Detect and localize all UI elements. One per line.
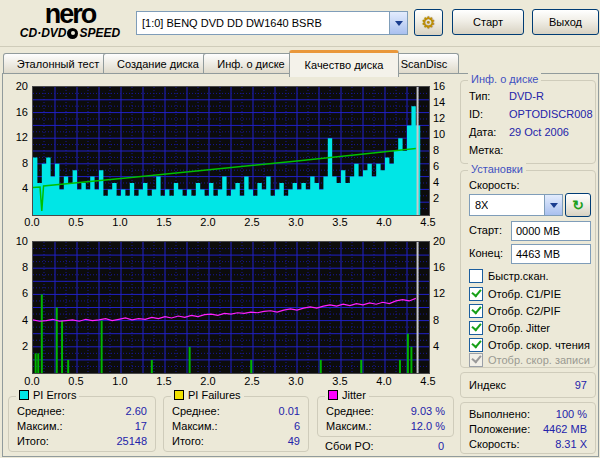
stat-row: Максим.:17 <box>9 418 155 433</box>
pi-failures-swatch <box>174 390 184 400</box>
checkbox-show-jitter[interactable]: Отобр. Jitter <box>469 321 550 335</box>
index-box: Индекс97 <box>460 372 596 398</box>
jitter-stats-box: Jitter Среднее:9.03 % Максим.:12.0 % <box>317 396 454 437</box>
checkbox-show-c1-pie[interactable]: Отобр. C1/PIE <box>469 287 561 301</box>
drive-select[interactable]: [1:0] BENQ DVD DD DW1640 BSRB <box>136 11 408 35</box>
toolbar: nero CD·DVD SPEED [1:0] BENQ DVD DD DW16… <box>0 0 600 47</box>
scan-end-label: Конец: <box>469 247 503 259</box>
index-row: Индекс97 <box>461 377 595 392</box>
stat-row: Максим.:6 <box>164 418 308 433</box>
tab-create-disc[interactable]: Создание диска <box>103 53 213 74</box>
checkbox-show-read-speed[interactable]: Отобр. скор. чтения <box>469 338 590 352</box>
checkbox-box[interactable] <box>469 321 483 335</box>
pi-errors-chart <box>32 86 430 216</box>
refresh-icon: ↻ <box>572 197 584 213</box>
checkbox-box[interactable] <box>469 304 483 318</box>
tab-benchmark[interactable]: Эталонный тест <box>3 53 113 74</box>
pi-errors-series <box>33 106 420 215</box>
drive-select-value: [1:0] BENQ DVD DD DW1640 BSRB <box>137 17 322 29</box>
scan-start-input[interactable]: 0000 MB <box>511 221 591 241</box>
exit-button[interactable]: Выход <box>532 9 599 35</box>
stat-row: Среднее:9.03 % <box>318 403 453 418</box>
chevron-down-icon[interactable] <box>389 12 407 34</box>
checkbox-show-write-speed: Отобр. скор. записи <box>469 353 590 367</box>
pi-errors-legend: PI Errors <box>16 389 79 401</box>
pi-errors-stats-box: PI Errors Среднее:2.60 Максим.:17 Итого:… <box>8 396 156 452</box>
options-button[interactable]: ⚙ <box>414 9 443 36</box>
tab-scandisc[interactable]: ScanDisc <box>389 53 459 74</box>
progress-row: Скорость:8.31 X <box>461 436 595 451</box>
checkbox-fast-scan[interactable]: Быстр.скан. <box>469 269 549 283</box>
progress-row: Положение:4462 MB <box>461 421 595 436</box>
gear-icon: ⚙ <box>421 13 435 32</box>
pi-failures-legend: PI Failures <box>171 389 244 401</box>
Jitter-series <box>33 298 416 321</box>
jitter-legend: Jitter <box>325 389 369 401</box>
disc-info-row: Дата:29 Oct 2006 <box>461 123 595 141</box>
scan-end-input[interactable]: 4463 MB <box>511 244 591 264</box>
check-icon <box>471 304 481 315</box>
speed-select-value: 8X <box>470 199 488 211</box>
stat-row: Максим.:12.0 % <box>318 418 453 433</box>
disc-icon <box>67 28 78 39</box>
tab-disc-info[interactable]: Инф. о диске <box>203 53 299 74</box>
nero-logo: nero CD·DVD SPEED <box>6 2 134 44</box>
stat-row: Среднее:0.01 <box>164 403 308 418</box>
disc-info-title: Инф. о диске <box>468 73 541 85</box>
checkbox-box <box>469 353 483 367</box>
settings-box: Установки Скорость: 8X ↻ Старт: 0000 MB … <box>460 170 596 368</box>
tab-disc-quality[interactable]: Качество диска <box>289 50 399 77</box>
disc-info-row: ID:OPTODISCR008 <box>461 105 595 123</box>
check-icon <box>471 321 481 332</box>
progress-box: Выполнено:100 % Положение:4462 MB Скорос… <box>460 402 596 454</box>
checkbox-box[interactable] <box>469 269 483 283</box>
stat-row: Среднее:2.60 <box>9 403 155 418</box>
pi-errors-swatch <box>19 390 29 400</box>
disc-info-box: Инф. о диске Тип:DVD-R ID:OPTODISCR008 Д… <box>460 80 596 164</box>
check-icon <box>471 353 481 364</box>
speed-label: Скорость: <box>469 179 520 191</box>
checkbox-show-c2-pif[interactable]: Отобр. C2/PIF <box>469 304 560 318</box>
chevron-down-icon[interactable] <box>544 195 562 215</box>
jitter-chart <box>32 241 430 374</box>
stat-row: Итого:25148 <box>9 433 155 448</box>
check-icon <box>471 287 481 298</box>
speed-select[interactable]: 8X <box>469 194 563 216</box>
disc-info-row: Метка: <box>461 141 595 159</box>
checkbox-box[interactable] <box>469 338 483 352</box>
logo-cdvdspeed-text: CD·DVD SPEED <box>6 26 134 40</box>
checkbox-box[interactable] <box>469 287 483 301</box>
disc-info-row: Тип:DVD-R <box>461 87 595 105</box>
pi-failures-stats-box: PI Failures Среднее:0.01 Максим.:6 Итого… <box>163 396 309 452</box>
check-icon <box>471 338 481 349</box>
logo-nero-text: nero <box>6 2 134 26</box>
start-button[interactable]: Старт <box>452 9 524 35</box>
po-failures-row: Сбои PO:0 <box>317 438 452 453</box>
progress-row: Выполнено:100 % <box>461 406 595 421</box>
refresh-button[interactable]: ↻ <box>565 193 591 217</box>
settings-title: Установки <box>468 163 526 175</box>
scan-start-label: Старт: <box>469 224 502 236</box>
stat-row: Итого:49 <box>164 433 308 448</box>
jitter-swatch <box>328 390 338 400</box>
